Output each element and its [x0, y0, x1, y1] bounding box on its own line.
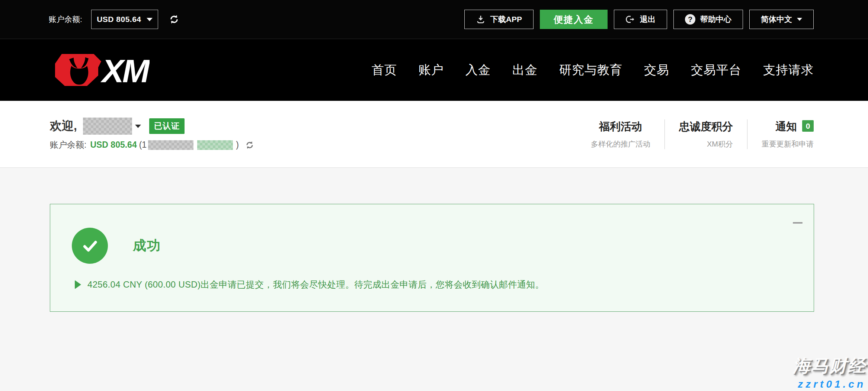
easy-deposit-button[interactable]: 便捷入金: [540, 10, 608, 29]
alert-header: 成功: [72, 228, 161, 264]
nav-item-account[interactable]: 账户: [419, 62, 444, 78]
balance-label: 账户余额:: [50, 139, 86, 151]
welcome-greeting: 欢迎,: [50, 118, 77, 134]
nav-item-trading[interactable]: 交易: [644, 62, 669, 78]
language-selector-button[interactable]: 简体中文: [749, 10, 814, 29]
nav-item-deposit[interactable]: 入金: [465, 62, 491, 78]
nav-item-withdraw[interactable]: 出金: [512, 62, 538, 78]
chevron-down-icon: [147, 18, 153, 21]
loyalty-subtitle: XM积分: [679, 139, 733, 149]
alert-message: 4256.04 CNY (600.00 USD)出金申请已提交，我们将会尽快处理…: [87, 279, 544, 291]
refresh-account-icon[interactable]: [245, 140, 254, 150]
balance-dropdown[interactable]: USD 805.64: [91, 10, 158, 29]
success-check-icon: [72, 228, 108, 264]
nav-item-research-education[interactable]: 研究与教育: [559, 62, 622, 78]
welcome-info: 欢迎, 已认证 账户余额: USD 805.64 (1 ): [50, 118, 254, 151]
loyalty-title: 忠诚度积分: [679, 119, 733, 134]
alert-title: 成功: [133, 237, 161, 255]
loyalty-points-link[interactable]: 忠诚度积分 XM积分: [665, 119, 747, 149]
main-navbar: XM 首页 账户 入金 出金 研究与教育 交易 交易平台 支持请求: [0, 39, 868, 101]
xm-logo[interactable]: XM: [50, 52, 150, 87]
account-balance-label: 账户余额:: [49, 14, 82, 25]
balance-dropdown-value: USD 805.64: [97, 15, 141, 24]
logout-icon: [625, 15, 635, 24]
notifications-title-text: 通知: [775, 121, 797, 132]
logout-button[interactable]: 退出: [614, 10, 667, 29]
nav-menu: 首页 账户 入金 出金 研究与教育 交易 交易平台 支持请求: [372, 62, 814, 78]
nav-item-support[interactable]: 支持请求: [763, 62, 814, 78]
success-alert-panel: 成功 4256.04 CNY (600.00 USD)出金申请已提交，我们将会尽…: [50, 204, 814, 312]
language-label: 简体中文: [761, 14, 792, 25]
notification-count-badge: 0: [802, 120, 814, 132]
collapse-minus-icon[interactable]: [793, 222, 803, 224]
account-number-open: (1: [139, 140, 147, 150]
xm-logo-text: XM: [100, 52, 150, 87]
nav-item-platforms[interactable]: 交易平台: [691, 62, 742, 78]
download-icon: [476, 15, 486, 24]
promotions-link[interactable]: 福利活动 多样化的推广活动: [577, 119, 664, 149]
question-mark-icon: ?: [685, 14, 695, 25]
notifications-title: 通知0: [762, 119, 814, 134]
welcome-quick-links: 福利活动 多样化的推广活动 忠诚度积分 XM积分 通知0 重要更新和申请: [577, 119, 814, 149]
main-content: 成功 4256.04 CNY (600.00 USD)出金申请已提交，我们将会尽…: [0, 168, 868, 390]
balance-value: USD 805.64: [90, 140, 137, 150]
account-number-close: ): [236, 140, 239, 150]
notifications-link[interactable]: 通知0 重要更新和申请: [747, 119, 814, 149]
download-app-label: 下载APP: [490, 14, 522, 25]
account-number-redacted: [148, 140, 193, 150]
logout-label: 退出: [640, 14, 656, 25]
help-center-label: 帮助中心: [700, 14, 731, 25]
play-triangle-icon: [75, 280, 81, 289]
verified-status-badge: 已认证: [149, 118, 185, 134]
promotions-subtitle: 多样化的推广活动: [591, 139, 650, 149]
easy-deposit-label: 便捷入金: [554, 13, 594, 26]
notifications-subtitle: 重要更新和申请: [762, 139, 814, 149]
promotions-title: 福利活动: [591, 119, 650, 134]
chevron-down-icon[interactable]: [135, 125, 141, 128]
nav-item-home[interactable]: 首页: [372, 62, 397, 78]
alert-message-row: 4256.04 CNY (600.00 USD)出金申请已提交，我们将会尽快处理…: [75, 279, 544, 291]
account-server-redacted: [197, 140, 233, 150]
username-redacted[interactable]: [83, 118, 132, 135]
refresh-balance-icon[interactable]: [169, 14, 180, 25]
help-center-button[interactable]: ? 帮助中心: [673, 10, 743, 29]
topbar-actions: 下载APP 便捷入金 退出 ? 帮助中心 简体中文: [464, 10, 814, 29]
top-utility-bar: 账户余额: USD 805.64 下载APP 便捷入金: [0, 0, 868, 39]
welcome-strip: 欢迎, 已认证 账户余额: USD 805.64 (1 ) 福利活: [0, 101, 868, 168]
chevron-down-icon: [797, 18, 802, 21]
download-app-button[interactable]: 下载APP: [464, 10, 534, 29]
